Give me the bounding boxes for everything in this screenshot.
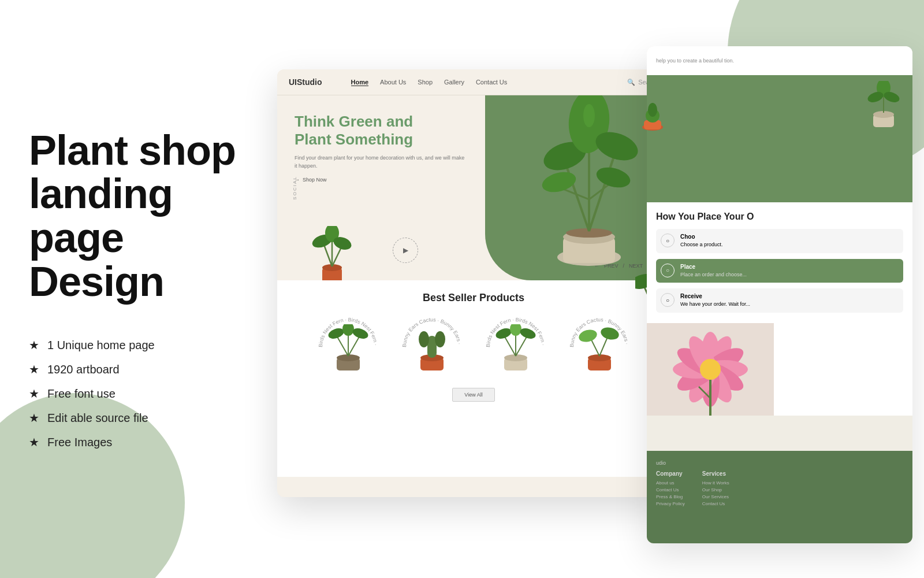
feature-item-3: ★ Free font use (29, 387, 277, 401)
feature-label-2: 1920 artboard (47, 363, 120, 376)
footer-company-item-1[interactable]: About us (656, 480, 685, 486)
secondary-header: help you to create a beautiful tion. (647, 46, 912, 75)
step-title-2: Place (680, 264, 747, 270)
product-card-3[interactable]: Birds Nest Fern · Birds Nest Fern · (478, 313, 553, 382)
svg-point-13 (594, 164, 632, 191)
feature-label-1: 1 Unique home page (47, 339, 155, 352)
footer-services-title: Services (702, 470, 729, 477)
mockup-hero: Think Green and Plant Something Find you… (277, 95, 670, 280)
svg-line-51 (504, 336, 516, 356)
svg-line-61 (599, 336, 608, 356)
star-icon-4: ★ (29, 411, 39, 425)
star-icon-1: ★ (29, 338, 39, 352)
svg-point-46 (419, 331, 429, 347)
title-line1: Plant shop (29, 127, 236, 173)
step-desc-2: Place an order and choose... (680, 271, 747, 279)
feature-item-2: ★ 1920 artboard (29, 362, 277, 376)
footer-services-item-1[interactable]: How it Works (702, 480, 729, 486)
svg-point-18 (648, 103, 657, 117)
feature-label-5: Free Images (47, 436, 112, 449)
svg-point-40 (342, 324, 354, 336)
footer-col-company: Company About us Contact Us Press & Blog… (656, 470, 685, 508)
svg-line-60 (591, 339, 599, 356)
hero-title: Think Green and Plant Something (295, 113, 468, 149)
footer-company-item-3[interactable]: Press & Blog (656, 494, 685, 499)
left-panel: Plant shop landing page Design ★ 1 Uniqu… (29, 0, 277, 578)
play-button[interactable]: ▶ (393, 238, 418, 263)
hero-cta-button[interactable]: → Shop Now (295, 177, 468, 183)
hero-text-area: Think Green and Plant Something Find you… (295, 113, 468, 183)
flower-image-area (647, 323, 912, 416)
main-title: Plant shop landing page Design (29, 129, 277, 303)
feature-label-3: Free font use (47, 387, 116, 401)
title-line3: Design (29, 258, 164, 305)
hero-cta-label: Shop Now (303, 177, 327, 183)
feature-item-1: ★ 1 Unique home page (29, 338, 277, 352)
mockup-secondary: help you to create a beautiful tion. How… (647, 46, 912, 543)
footer-services-item-2[interactable]: Our Shop (702, 487, 729, 492)
how-title: How You Place Your O (656, 212, 903, 222)
nav-link-shop[interactable]: Shop (418, 79, 433, 86)
svg-line-36 (337, 336, 348, 356)
social-label: SOCIAL (292, 176, 297, 199)
step-desc-1: Choose a product. (680, 241, 723, 249)
play-icon: ▶ (403, 246, 408, 254)
footer-company-item-2[interactable]: Contact Us (656, 487, 685, 492)
nav-link-contact[interactable]: Contact Us (476, 79, 507, 86)
nav-logo: UIStudio (289, 77, 322, 87)
hero-subtitle: Find your dream plant for your home deco… (295, 154, 468, 170)
footer-company-item-4[interactable]: Privacy Policy (656, 501, 685, 506)
title-line2: landing page (29, 171, 173, 261)
secondary-hero-green (647, 75, 912, 202)
svg-line-21 (323, 243, 332, 266)
flower-image (647, 323, 774, 416)
secondary-header-text: help you to create a beautiful tion. (656, 58, 734, 64)
footer-brand: udio (656, 460, 903, 466)
svg-line-6 (589, 153, 615, 231)
how-section: How You Place Your O ○ Choo Choose a pro… (647, 202, 912, 323)
nav-links: Home About Us Shop Gallery Contact Us (351, 79, 508, 86)
bestseller-title: Best Seller Products (289, 292, 658, 304)
star-icon-5: ★ (29, 435, 39, 449)
how-step-1: ○ Choo Choose a product. (656, 229, 903, 253)
svg-point-83 (700, 359, 721, 380)
hero-title-black: Think Green and (295, 113, 413, 130)
product-circle-3: Birds Nest Fern · Birds Nest Fern · (481, 313, 550, 382)
secondary-small-plant (866, 81, 901, 129)
product-card-4[interactable]: Bunny Ears Cactus · Bunny Ears · (562, 313, 637, 382)
footer-company-title: Company (656, 470, 685, 477)
step-content-2: Place Place an order and choose... (680, 264, 747, 279)
footer-services-item-4[interactable]: Contact Us (702, 501, 729, 506)
svg-line-53 (516, 336, 527, 356)
search-icon: 🔍 (627, 79, 635, 86)
step-desc-3: We have your order. Wait for... (680, 301, 750, 308)
nav-link-about[interactable]: About Us (380, 79, 406, 86)
feature-item-4: ★ Edit able source file (29, 411, 277, 425)
how-title-text: How You Place Your O (656, 212, 754, 221)
product-card-1[interactable]: Birds Nest Fern · Birds Nest Fern · (311, 313, 386, 382)
step-content-1: Choo Choose a product. (680, 234, 723, 249)
view-all-button[interactable]: View All (452, 388, 494, 402)
svg-line-38 (348, 336, 360, 356)
footer-columns: Company About us Contact Us Press & Blog… (656, 470, 903, 508)
products-grid: Birds Nest Fern · Birds Nest Fern · (289, 313, 658, 382)
feature-label-4: Edit able source file (47, 412, 148, 425)
svg-point-14 (583, 104, 595, 127)
features-list: ★ 1 Unique home page ★ 1920 artboard ★ F… (29, 338, 277, 449)
svg-point-47 (435, 331, 445, 347)
nav-link-gallery[interactable]: Gallery (444, 79, 464, 86)
svg-point-55 (510, 324, 521, 336)
step-title-1: Choo (680, 234, 723, 240)
nav-link-home[interactable]: Home (351, 79, 369, 86)
product-circle-1: Birds Nest Fern · Birds Nest Fern · (314, 313, 383, 382)
star-icon-2: ★ (29, 362, 39, 376)
how-step-3: ○ Receive We have your order. Wait for..… (656, 288, 903, 313)
svg-line-23 (332, 246, 342, 266)
hero-plant-small (312, 226, 352, 280)
mockup-main: UIStudio Home About Us Shop Gallery Cont… (277, 69, 670, 497)
footer-services-item-3[interactable]: Our Services (702, 494, 729, 499)
how-step-2: ○ Place Place an order and choose... (656, 259, 903, 283)
secondary-footer: udio Company About us Contact Us Press &… (647, 451, 912, 543)
step-content-3: Receive We have your order. Wait for... (680, 293, 750, 308)
product-card-2[interactable]: Bunny Ears Cactus · Bunny Ears · (394, 313, 470, 382)
